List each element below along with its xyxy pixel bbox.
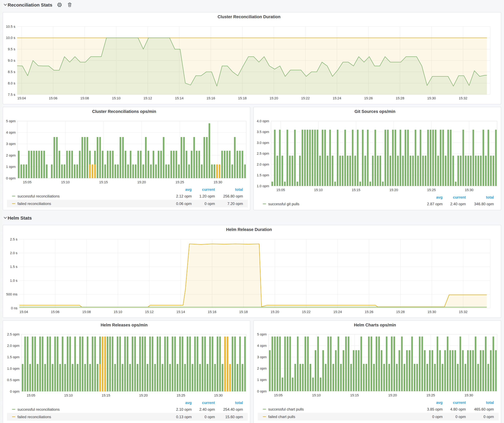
svg-text:3 opm: 3 opm: [257, 355, 267, 359]
svg-text:15:06: 15:06: [51, 310, 59, 314]
svg-text:15:20: 15:20: [390, 188, 398, 192]
svg-text:15:05: 15:05: [27, 394, 35, 397]
svg-text:9.5 s: 9.5 s: [8, 47, 15, 51]
svg-text:2.5 s: 2.5 s: [10, 237, 18, 241]
svg-text:failed reconciliations: failed reconciliations: [18, 415, 51, 419]
svg-text:0 opm: 0 opm: [204, 201, 215, 206]
svg-text:465.60 opm: 465.60 opm: [474, 407, 494, 411]
svg-text:successful git pulls: successful git pulls: [268, 202, 299, 206]
svg-text:current: current: [453, 400, 466, 405]
svg-text:2 opm: 2 opm: [257, 366, 267, 370]
svg-text:15:16: 15:16: [208, 310, 216, 314]
svg-text:1 opm: 1 opm: [6, 165, 16, 169]
svg-text:failed chart pulls: failed chart pulls: [268, 415, 295, 419]
svg-text:0 opm: 0 opm: [483, 415, 494, 419]
svg-text:current: current: [202, 187, 215, 192]
svg-text:2.10 opm: 2.10 opm: [176, 407, 192, 411]
svg-text:15:20: 15:20: [270, 96, 278, 100]
svg-text:0 ns: 0 ns: [11, 306, 18, 310]
svg-text:successful reconciliations: successful reconciliations: [18, 194, 60, 198]
svg-text:15:15: 15:15: [352, 188, 360, 192]
svg-text:15:20: 15:20: [388, 393, 397, 397]
svg-text:15:04: 15:04: [19, 310, 28, 314]
svg-text:10.5 s: 10.5 s: [6, 25, 15, 29]
svg-text:2.40 opm: 2.40 opm: [199, 407, 215, 411]
svg-text:15:22: 15:22: [301, 96, 310, 100]
svg-text:0 opm: 0 opm: [6, 176, 16, 180]
svg-text:15:05: 15:05: [274, 393, 282, 397]
svg-text:254.40 opm: 254.40 opm: [223, 407, 243, 411]
svg-text:3 opm: 3 opm: [6, 142, 16, 146]
svg-text:Helm Charts ops/min: Helm Charts ops/min: [354, 323, 396, 327]
svg-text:15:14: 15:14: [175, 96, 184, 100]
svg-text:15:28: 15:28: [396, 96, 404, 100]
svg-text:15:28: 15:28: [396, 310, 405, 314]
svg-text:2.12 opm: 2.12 opm: [176, 194, 192, 198]
svg-text:15:06: 15:06: [49, 96, 57, 100]
svg-text:15:30: 15:30: [465, 393, 473, 397]
svg-text:0 opm: 0 opm: [257, 389, 267, 393]
svg-text:15:08: 15:08: [80, 96, 89, 100]
svg-text:15:05: 15:05: [23, 180, 31, 184]
svg-text:15:25: 15:25: [175, 180, 184, 184]
svg-text:current: current: [202, 400, 215, 405]
svg-text:15:24: 15:24: [333, 96, 341, 100]
svg-text:15:18: 15:18: [238, 96, 246, 100]
svg-text:15:22: 15:22: [302, 310, 311, 314]
svg-text:15:32: 15:32: [459, 96, 467, 100]
svg-text:10.0 s: 10.0 s: [6, 36, 15, 40]
svg-text:failed reconciliations: failed reconciliations: [18, 201, 51, 206]
svg-text:256.80 opm: 256.80 opm: [223, 194, 243, 198]
svg-text:total: total: [235, 400, 243, 405]
svg-text:2.5 opm: 2.5 opm: [7, 332, 20, 336]
svg-text:0 opm: 0 opm: [204, 415, 215, 419]
svg-text:9.0 s: 9.0 s: [8, 59, 15, 62]
svg-text:3.85 opm: 3.85 opm: [427, 407, 443, 411]
svg-text:0.06 opm: 0.06 opm: [176, 201, 192, 206]
svg-text:avg: avg: [185, 187, 192, 192]
svg-text:15:15: 15:15: [102, 394, 110, 397]
svg-text:15:10: 15:10: [314, 188, 323, 192]
svg-text:3.0 opm: 3.0 opm: [257, 141, 269, 145]
svg-text:avg: avg: [185, 400, 192, 405]
svg-text:avg: avg: [436, 400, 443, 405]
svg-text:15:20: 15:20: [139, 394, 148, 397]
svg-text:15:25: 15:25: [427, 188, 436, 192]
svg-text:0 opm: 0 opm: [10, 389, 19, 394]
svg-text:5 opm: 5 opm: [6, 119, 16, 123]
svg-text:1.0 s: 1.0 s: [10, 279, 18, 282]
svg-text:500 ms: 500 ms: [6, 292, 18, 296]
svg-text:1.0 opm: 1.0 opm: [257, 184, 269, 188]
svg-text:15:04: 15:04: [17, 96, 26, 100]
svg-text:0.13 opm: 0.13 opm: [176, 415, 192, 419]
svg-text:15:08: 15:08: [82, 310, 91, 314]
svg-text:2.87 opm: 2.87 opm: [427, 202, 443, 206]
svg-text:15:10: 15:10: [64, 394, 73, 397]
svg-text:15:24: 15:24: [333, 310, 342, 314]
svg-text:15:30: 15:30: [427, 96, 436, 100]
svg-text:15:15: 15:15: [99, 180, 108, 184]
svg-text:8.5 s: 8.5 s: [8, 70, 15, 74]
svg-text:0 opm: 0 opm: [455, 415, 466, 419]
svg-text:15:12: 15:12: [143, 96, 152, 100]
svg-text:1.0 opm: 1.0 opm: [7, 367, 20, 370]
svg-text:15:10: 15:10: [61, 180, 70, 184]
svg-text:15:18: 15:18: [239, 310, 248, 314]
svg-text:4.80 opm: 4.80 opm: [450, 407, 466, 411]
svg-text:15:10: 15:10: [114, 310, 122, 314]
svg-text:2.40 opm: 2.40 opm: [450, 202, 466, 206]
svg-text:2.0 s: 2.0 s: [10, 251, 18, 255]
svg-text:15:14: 15:14: [176, 310, 185, 314]
svg-text:15.60 opm: 15.60 opm: [225, 415, 243, 419]
svg-text:5 opm: 5 opm: [257, 332, 267, 336]
svg-text:avg: avg: [436, 195, 443, 199]
svg-text:15:10: 15:10: [312, 393, 321, 397]
svg-text:7.20 opm: 7.20 opm: [227, 201, 243, 206]
svg-text:1.20 opm: 1.20 opm: [199, 194, 215, 198]
svg-text:successful chart pulls: successful chart pulls: [268, 407, 304, 411]
svg-text:15:20: 15:20: [270, 310, 279, 314]
svg-text:15:25: 15:25: [177, 394, 185, 397]
svg-text:2.0 opm: 2.0 opm: [257, 162, 269, 166]
svg-text:15:16: 15:16: [206, 96, 215, 100]
svg-text:Cluster Reconciliations ops/mi: Cluster Reconciliations ops/min: [92, 109, 156, 114]
